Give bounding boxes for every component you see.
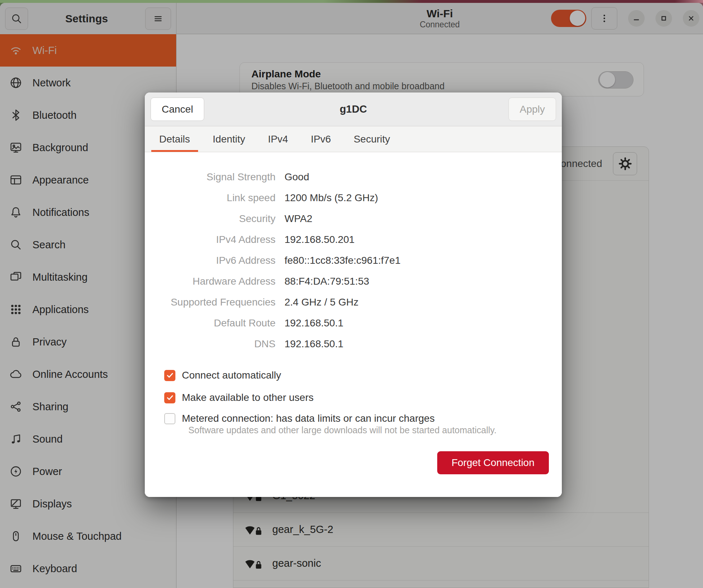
detail-value: 88:F4:DA:79:51:53	[285, 271, 549, 292]
cancel-button[interactable]: Cancel	[151, 98, 204, 121]
connect-automatically-row[interactable]: Connect automatically	[164, 370, 549, 381]
detail-value: 192.168.50.201	[285, 229, 549, 250]
tab-ipv6[interactable]: IPv6	[303, 126, 339, 152]
metered-connection-subtitle: Software updates and other large downloa…	[188, 425, 549, 435]
detail-label: Supported Frequencies	[158, 292, 276, 313]
forget-connection-button[interactable]: Forget Connection	[437, 451, 549, 474]
details-grid: Signal Strength Good Link speed 1200 Mb/…	[158, 167, 549, 354]
detail-label: IPv4 Address	[158, 229, 276, 250]
checkbox-label: Connect automatically	[182, 370, 281, 381]
apply-button[interactable]: Apply	[509, 98, 556, 121]
metered-connection-row[interactable]: Metered connection: has data limits or c…	[164, 413, 549, 424]
dialog-title: g1DC	[340, 103, 367, 115]
detail-label: Link speed	[158, 187, 276, 208]
detail-value: Good	[285, 167, 549, 187]
detail-value: 2.4 GHz / 5 GHz	[285, 292, 549, 313]
detail-label: IPv6 Address	[158, 250, 276, 271]
dialog-tabs: Details Identity IPv4 IPv6 Security	[145, 126, 562, 152]
forget-row: Forget Connection	[158, 451, 549, 474]
detail-value: WPA2	[285, 208, 549, 229]
detail-label: Security	[158, 208, 276, 229]
detail-value: 1200 Mb/s (5.2 GHz)	[285, 187, 549, 208]
tab-ipv4[interactable]: IPv4	[260, 126, 296, 152]
checkbox-label: Metered connection: has data limits or c…	[182, 413, 435, 424]
checkbox-label: Make available to other users	[182, 392, 314, 403]
detail-value: 192.168.50.1	[285, 313, 549, 334]
detail-label: Default Route	[158, 313, 276, 334]
tab-identity[interactable]: Identity	[205, 126, 253, 152]
make-available-row[interactable]: Make available to other users	[164, 392, 549, 403]
checkbox-checked-icon[interactable]	[164, 370, 175, 381]
dialog-body: Signal Strength Good Link speed 1200 Mb/…	[145, 152, 562, 497]
detail-label: Hardware Address	[158, 271, 276, 292]
detail-value: 192.168.50.1	[285, 334, 549, 354]
dialog-headerbar: Cancel g1DC Apply	[145, 92, 562, 126]
screen: Settings Wi-Fi Network Bluetooth	[0, 0, 703, 588]
tab-security[interactable]: Security	[346, 126, 398, 152]
checkbox-unchecked-icon[interactable]	[164, 413, 175, 424]
detail-label: DNS	[158, 334, 276, 354]
detail-label: Signal Strength	[158, 167, 276, 187]
wifi-details-dialog: Cancel g1DC Apply Details Identity IPv4 …	[145, 92, 562, 497]
tab-details[interactable]: Details	[151, 126, 198, 152]
checkbox-checked-icon[interactable]	[164, 392, 175, 403]
detail-value: fe80::1cc8:33fe:c961:f7e1	[285, 250, 549, 271]
